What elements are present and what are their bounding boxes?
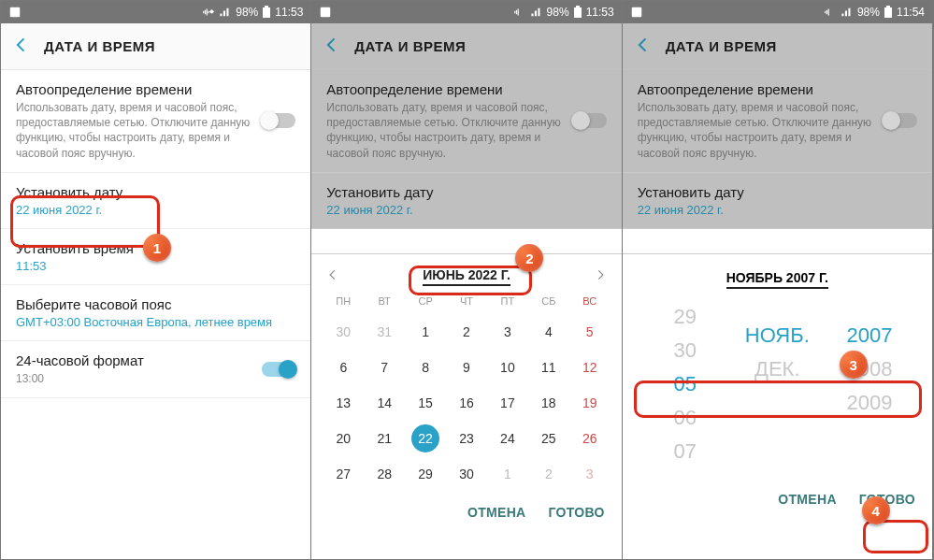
calendar-day[interactable]: 10 [487,353,528,381]
svg-rect-8 [886,6,890,7]
calendar-day[interactable]: 27 [323,460,364,488]
svg-rect-7 [884,7,892,18]
cancel-button[interactable]: ОТМЕНА [778,492,836,507]
calendar-day[interactable]: 31 [364,318,405,346]
calendar-day[interactable]: 26 [569,424,611,452]
back-button[interactable] [634,36,653,58]
month-year-button[interactable]: ИЮНЬ 2022 Г. [423,267,510,286]
calendar-day[interactable]: 24 [487,424,528,452]
calendar-day[interactable]: 17 [487,389,528,417]
svg-rect-5 [576,6,580,7]
row-auto-time[interactable]: Автоопределение времени Использовать дат… [1,70,310,173]
calendar-day[interactable]: 1 [487,460,528,488]
ok-button[interactable]: ГОТОВО [859,492,915,507]
calendar-day[interactable]: 9 [446,353,487,381]
battery-icon [262,6,271,19]
calendar-day[interactable]: 14 [364,389,405,417]
back-button[interactable] [323,36,341,58]
settings-list: Автоопределение времени Использовать дат… [1,70,310,398]
settime-label: Установить время [16,240,134,256]
svg-rect-4 [574,7,582,18]
row-timezone[interactable]: Выберите часовой пояс GMT+03:00 Восточна… [1,285,310,341]
calendar-day[interactable]: 28 [364,460,405,488]
month-year-button[interactable]: НОЯБРЬ 2007 Г. [726,270,828,289]
row-auto-time: Автоопределение времени Использовать дат… [623,70,932,173]
vibrate-icon [824,6,837,19]
dow-header: ПН [323,295,364,310]
screen-calendar: 98% 11:53 ДАТА И ВРЕМЯ Автоопределение в… [311,1,622,559]
battery-text: 98% [236,6,258,19]
screen-spinner: 98% 11:54 ДАТА И ВРЕМЯ Автоопределение в… [623,1,933,559]
date-spinner-dialog: НОЯБРЬ 2007 Г. 2930050607НОЯБ.ДЕК.200720… [623,253,932,559]
calendar-day[interactable]: 29 [405,460,446,488]
calendar-day[interactable]: 4 [528,318,569,346]
calendar-day[interactable]: 18 [528,389,569,417]
vibrate-icon [202,6,215,19]
clock-text: 11:53 [275,6,303,19]
calendar-day[interactable]: 13 [323,389,364,417]
appbar: ДАТА И ВРЕМЯ [1,23,310,70]
calendar-day[interactable]: 2 [446,318,487,346]
calendar-day[interactable]: 2 [528,460,569,488]
calendar-day[interactable]: 22 [411,424,439,452]
row-set-date[interactable]: Установить дату 22 июня 2022 г. [1,173,310,229]
calendar-day[interactable]: 7 [364,353,405,381]
calendar-day[interactable]: 3 [569,460,611,488]
back-button[interactable] [12,36,31,58]
dow-header: ПТ [487,295,528,310]
spinner-year[interactable]: 200720082009 [831,305,908,464]
calendar-grid: ПНВТСРЧТПТСБВС30311234567891011121314151… [311,295,621,494]
row-set-date: Установить дату 22 июня 2022 г. [311,173,621,229]
auto-toggle[interactable] [262,113,295,128]
row-set-time[interactable]: Установить время 11:53 [1,229,310,285]
page-title: ДАТА И ВРЕМЯ [44,38,155,54]
calendar-day[interactable]: 23 [446,424,487,452]
h24-label: 24-часовой формат [16,352,144,368]
appbar: ДАТА И ВРЕМЯ [623,23,932,70]
h24-toggle[interactable] [262,362,295,377]
calendar-day[interactable]: 6 [323,353,364,381]
calendar-day[interactable]: 30 [446,460,487,488]
svg-rect-3 [321,7,331,18]
calendar-day[interactable]: 12 [569,353,611,381]
calendar-day[interactable]: 21 [364,424,405,452]
calendar-day[interactable]: 20 [323,424,364,452]
cancel-button[interactable]: ОТМЕНА [467,505,525,520]
dow-header: ВТ [364,295,405,310]
next-month-button[interactable] [594,268,607,285]
svg-rect-6 [631,7,641,18]
row-set-date: Установить дату 22 июня 2022 г. [623,173,932,229]
statusbar: 98% 11:53 [311,1,621,23]
vibrate-icon [513,6,526,19]
calendar-day[interactable]: 11 [528,353,569,381]
calendar-day[interactable]: 30 [323,318,364,346]
dow-header: ЧТ [446,295,487,310]
settime-value: 11:53 [16,259,134,273]
calendar-day[interactable]: 5 [569,318,611,346]
calendar-day[interactable]: 15 [405,389,446,417]
battery-icon [884,6,893,19]
calendar-day[interactable]: 1 [405,318,446,346]
calendar-day[interactable]: 16 [446,389,487,417]
spinner-day[interactable]: 2930050607 [647,305,724,464]
dow-header: ВС [569,295,611,310]
statusbar: 98% 11:54 [623,1,932,23]
signal-icon [219,6,232,19]
prev-month-button[interactable] [326,268,339,285]
calendar-day[interactable]: 3 [487,318,528,346]
calendar-day[interactable]: 19 [569,389,611,417]
auto-desc: Использовать дату, время и часовой пояс,… [16,100,254,161]
tz-label: Выберите часовой пояс [16,296,272,312]
spinner-month[interactable]: НОЯБ.ДЕК. [724,305,831,464]
setdate-value: 22 июня 2022 г. [16,203,122,217]
row-24h[interactable]: 24-часовой формат 13:00 [1,341,310,398]
calendar-day[interactable]: 25 [528,424,569,452]
row-auto-time: Автоопределение времени Использовать дат… [311,70,621,173]
calendar-day[interactable]: 8 [405,353,446,381]
h24-value: 13:00 [16,371,144,386]
ok-button[interactable]: ГОТОВО [548,505,604,520]
dow-header: СБ [528,295,569,310]
svg-rect-2 [265,6,268,7]
statusbar: 98% 11:53 [1,1,310,23]
svg-rect-0 [10,7,21,18]
